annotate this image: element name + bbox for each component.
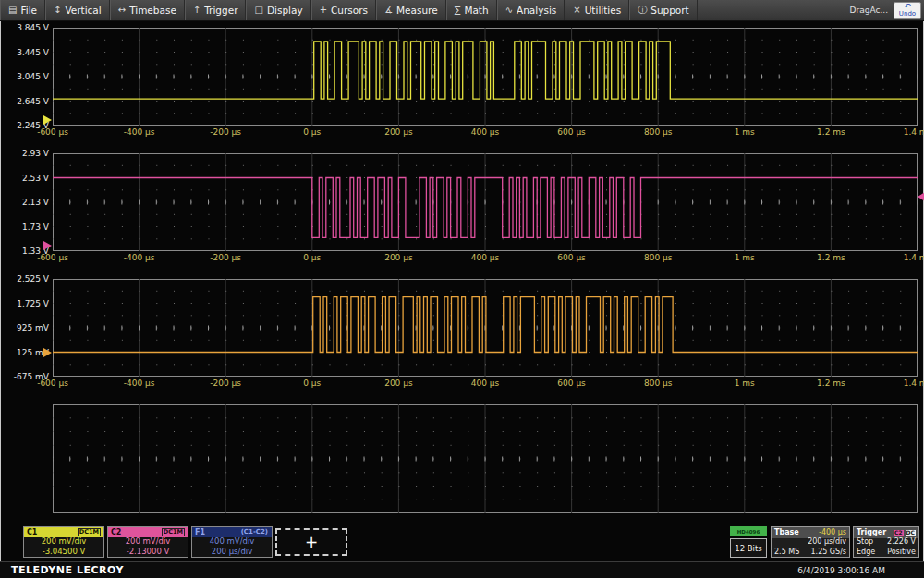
channel-name: C1 — [27, 529, 37, 536]
timebase-offset: -400 µs — [819, 529, 846, 536]
sample-rate: 1.25 GS/s — [811, 548, 847, 557]
time-per-div: 200 µs/div — [808, 537, 846, 547]
trigger-source-badges: C2 DC — [894, 530, 916, 536]
voltage-label: 2.645 V — [0, 97, 49, 106]
time-label: 800 µs — [630, 253, 686, 262]
waveform-grid-empty[interactable] — [53, 404, 918, 513]
time-label: -200 µs — [198, 127, 253, 137]
time-label: 800 µs — [630, 379, 686, 388]
oscilloscope-app: ▤File↕Vertical↔Timebase↑Trigger□Display+… — [0, 0, 924, 578]
time-label: -400 µs — [112, 127, 167, 137]
time-axis-labels: -600 µs-400 µs-200 µs0 µs200 µs400 µs600… — [53, 253, 918, 264]
timebase-descriptor[interactable]: Tbase -400 µs 200 µs/div 2.5 MS1.25 GS/s — [771, 526, 850, 558]
volts-per-div: 200 mV/div — [126, 536, 171, 547]
offset-marker-c2[interactable] — [43, 241, 52, 250]
trigger-type: Edge — [857, 548, 875, 557]
waveform-grid-1[interactable] — [53, 28, 918, 126]
timebase-title: Tbase — [774, 529, 799, 536]
time-label: 200 µs — [371, 127, 426, 137]
datetime-display: 6/4/2019 3:00:16 AM — [797, 566, 885, 575]
time-label: -600 µs — [25, 253, 80, 262]
time-axis-labels: -600 µs-400 µs-200 µs0 µs200 µs400 µs600… — [53, 379, 918, 390]
time-label: 1 ms — [717, 379, 772, 388]
channel-name: C2 — [111, 529, 121, 536]
descriptor-body: 200 mV/div -3.04500 V — [24, 537, 103, 556]
time-label: 400 µs — [457, 379, 513, 388]
time-label: 1 ms — [717, 253, 772, 262]
time-label: -600 µs — [25, 127, 80, 137]
time-label: 0 µs — [285, 253, 340, 262]
voltage-label: 2.53 V — [0, 174, 49, 183]
offset-marker-c1[interactable] — [43, 115, 52, 125]
descriptor-header: C1 DC1M — [24, 527, 103, 537]
descriptor-body: 400 mV/div 200 µs/div — [192, 537, 272, 556]
trigger-body: Stop2.226 V EdgePositive — [854, 538, 918, 556]
time-label: 200 µs — [371, 253, 426, 262]
time-label: -600 µs — [25, 379, 80, 388]
trigger-descriptor[interactable]: Trigger C2 DC Stop2.226 V EdgePositive — [853, 526, 919, 558]
voltage-label: 925 mV — [0, 323, 49, 332]
voltage-label: 2.525 V — [0, 274, 49, 283]
time-label: 400 µs — [457, 253, 513, 262]
waveform-grid-3[interactable] — [53, 279, 918, 377]
descriptor-header: F1 (C1-C2) — [192, 527, 272, 537]
voltage-label: 2.13 V — [0, 198, 49, 207]
time-label: -400 µs — [112, 379, 167, 388]
resolution-badge: 12 Bits — [730, 538, 767, 558]
trigger-source: C2 — [894, 530, 904, 536]
offset-marker-f1[interactable] — [43, 348, 52, 357]
channel-descriptor-c1[interactable]: C1 DC1M 200 mV/div -3.04500 V — [23, 526, 104, 558]
time-label: 0 µs — [285, 127, 340, 137]
time-per-div: 200 µs/div — [212, 547, 252, 557]
time-label: -200 µs — [198, 379, 253, 388]
time-label: -400 µs — [112, 253, 167, 262]
time-label: 600 µs — [544, 127, 600, 137]
channel-offset: -2.13000 V — [127, 547, 170, 557]
time-label: 600 µs — [544, 253, 600, 262]
waveform-grid-2[interactable] — [53, 153, 918, 251]
time-label: 1.4 ms — [890, 127, 924, 137]
trigger-coupling: DC — [906, 530, 916, 536]
time-label: 1.2 ms — [803, 253, 858, 262]
sample-count: 2.5 MS — [774, 548, 799, 557]
time-label: 1.4 ms — [890, 253, 924, 262]
coupling-badge: DC1M — [78, 528, 101, 536]
trigger-level-marker[interactable] — [918, 192, 924, 201]
time-label: -200 µs — [198, 253, 253, 262]
voltage-label: 1.73 V — [0, 223, 49, 232]
channel-descriptor-c2[interactable]: C2 DC1M 200 mV/div -2.13000 V — [107, 526, 188, 558]
voltage-label: 3.445 V — [0, 48, 49, 57]
time-label: 1.2 ms — [803, 379, 858, 388]
trigger-title: Trigger — [857, 529, 886, 536]
function-source: (C1-C2) — [240, 529, 269, 536]
volts-per-div: 200 mV/div — [42, 536, 87, 547]
scope-display: 3.845 V3.445 V3.045 V2.645 V2.245 V-600 … — [0, 0, 924, 578]
timebase-body: 200 µs/div 2.5 MS1.25 GS/s — [772, 538, 849, 556]
descriptor-header: C2 DC1M — [108, 527, 188, 537]
trigger-level: 2.226 V — [887, 537, 916, 547]
channel-offset: -3.04500 V — [43, 547, 86, 557]
add-trace-button[interactable]: + — [275, 528, 347, 556]
brand-logo: TELEDYNE LECROY — [11, 564, 124, 576]
math-descriptor-f1[interactable]: F1 (C1-C2) 400 mV/div 200 µs/div — [191, 526, 273, 558]
time-axis-labels: -600 µs-400 µs-200 µs0 µs200 µs400 µs600… — [53, 127, 918, 138]
trigger-slope: Positive — [887, 548, 916, 557]
function-name: F1 — [195, 529, 205, 536]
voltage-label: 3.045 V — [0, 72, 49, 81]
plus-icon: + — [305, 533, 318, 551]
time-label: 1.2 ms — [803, 127, 858, 137]
time-label: 800 µs — [630, 127, 686, 137]
time-label: 400 µs — [457, 127, 513, 137]
trigger-mode: Stop — [857, 537, 873, 547]
time-label: 1 ms — [717, 127, 772, 137]
time-label: 200 µs — [371, 379, 426, 388]
descriptor-body: 200 mV/div -2.13000 V — [108, 537, 188, 556]
time-label: 0 µs — [285, 379, 340, 388]
coupling-badge: DC1M — [162, 528, 185, 536]
voltage-label: 3.845 V — [0, 23, 49, 32]
voltage-label: 2.93 V — [0, 149, 49, 158]
status-bar: TELEDYNE LECROY 6/4/2019 3:00:16 AM — [0, 561, 924, 578]
voltage-label: 1.725 V — [0, 299, 49, 308]
volts-per-div: 400 mV/div — [210, 536, 255, 547]
time-label: 1.4 ms — [890, 379, 924, 388]
